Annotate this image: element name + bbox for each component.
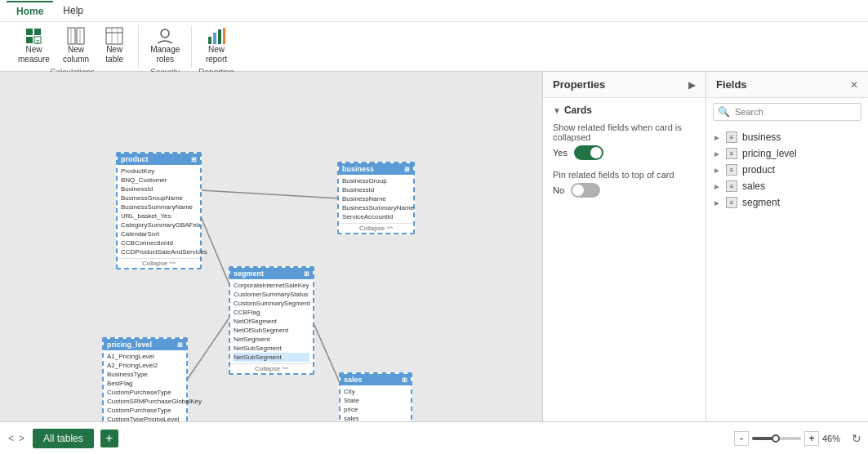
fields-header: Fields ✕	[706, 72, 868, 98]
new-measure-label: Newmeasure	[18, 45, 50, 65]
table-header-segment: segment ⊞	[230, 268, 313, 279]
svg-point-13	[161, 29, 169, 38]
erd-table-pricing-level[interactable]: pricing_level ⊞ A1_PricingLevel A2_Prici…	[102, 337, 188, 421]
new-table-label: Newtable	[105, 45, 123, 65]
nav-left-arrow[interactable]: <	[7, 433, 16, 444]
svg-line-19	[200, 190, 339, 198]
pin-related-fields-control: No	[553, 183, 696, 198]
field-chevron-business: ►	[713, 133, 721, 142]
properties-collapse-arrow[interactable]: ▶	[688, 79, 696, 91]
field-item-product[interactable]: ► ≡ product	[706, 162, 868, 178]
tab-help[interactable]: Help	[53, 2, 93, 20]
svg-rect-5	[68, 28, 75, 44]
table-header-business: business ⊞	[339, 163, 413, 175]
table-body-sales: City State price sales time	[341, 385, 411, 421]
field-item-business[interactable]: ► ≡ business	[706, 129, 868, 145]
pin-related-thumb	[572, 185, 584, 196]
show-related-fields-label: Show related fields when card is collaps…	[553, 122, 696, 142]
bottom-bar: < > All tables + - + 46% ↻	[0, 421, 868, 454]
fields-title: Fields	[716, 78, 747, 91]
new-measure-icon: Σ	[24, 27, 42, 45]
table-body-product: ProductKey BNQ_Customer BusinessId Busin…	[118, 165, 200, 258]
svg-line-20	[185, 313, 233, 382]
field-item-sales[interactable]: ► ≡ sales	[706, 178, 868, 194]
show-related-thumb	[590, 147, 602, 158]
zoom-slider[interactable]	[752, 434, 801, 443]
nav-arrows: < >	[7, 433, 26, 444]
ribbon: Home Help Σ Newmeasure Newcolumn	[0, 0, 868, 72]
new-table-icon	[105, 27, 123, 45]
zoom-controls: - + 46% ↻	[734, 431, 861, 446]
field-icon-sales: ≡	[726, 180, 737, 192]
show-related-fields-row: Show related fields when card is collaps…	[553, 122, 696, 160]
field-chevron-segment: ►	[713, 198, 721, 207]
erd-table-segment[interactable]: segment ⊞ CorporateInternetSaleKey Custo…	[229, 266, 314, 375]
ribbon-group-reporting: Newreport Reporting	[192, 25, 240, 68]
fields-collapse-icon[interactable]: ✕	[850, 79, 858, 91]
field-item-segment[interactable]: ► ≡ segment	[706, 194, 868, 211]
new-column-label: Newcolumn	[63, 45, 89, 65]
tab-home[interactable]: Home	[7, 1, 53, 20]
field-name-business: business	[742, 131, 781, 143]
table-header-product: product ⊞	[118, 154, 200, 165]
cards-title: Cards	[564, 105, 592, 116]
search-input[interactable]	[713, 103, 861, 121]
erd-table-sales[interactable]: sales ⊞ City State price sales time Coll…	[339, 372, 412, 421]
search-icon: 🔍	[718, 106, 730, 118]
field-name-sales: sales	[742, 180, 765, 192]
ribbon-group-security: Manageroles Security	[139, 25, 192, 68]
field-name-product: product	[742, 164, 775, 176]
fields-search-container: 🔍	[713, 103, 861, 121]
table-body-business: BusinessGroup BusinessId BusinessName Bu…	[339, 175, 413, 223]
add-tab-button[interactable]: +	[100, 430, 118, 447]
field-name-segment: segment	[742, 197, 780, 208]
svg-rect-2	[26, 37, 33, 43]
new-column-icon	[67, 27, 85, 45]
properties-panel: Properties ▶ ▼ Cards Show related fields…	[543, 72, 706, 421]
table-header-pricing-level: pricing_level ⊞	[104, 339, 186, 350]
new-table-button[interactable]: Newtable	[97, 25, 131, 66]
manage-roles-button[interactable]: Manageroles	[145, 25, 185, 66]
svg-text:Σ: Σ	[36, 38, 40, 45]
pin-related-toggle[interactable]	[571, 183, 600, 198]
collapse-business[interactable]: Collapse ^^	[339, 223, 413, 233]
properties-header: Properties ▶	[543, 72, 706, 98]
field-chevron-pricing-level: ►	[713, 149, 721, 158]
manage-roles-icon	[156, 27, 174, 45]
svg-rect-0	[26, 29, 33, 35]
new-report-button[interactable]: Newreport	[199, 25, 234, 66]
all-tables-tab[interactable]: All tables	[33, 429, 94, 448]
zoom-thumb	[772, 434, 780, 443]
svg-rect-1	[34, 29, 41, 35]
zoom-plus-button[interactable]: +	[804, 431, 819, 446]
new-column-button[interactable]: Newcolumn	[58, 25, 94, 66]
field-name-pricing-level: pricing_level	[742, 148, 797, 159]
svg-rect-16	[218, 29, 221, 44]
pin-related-fields-label: Pin related fields to top of card	[553, 170, 696, 180]
svg-rect-6	[77, 28, 84, 44]
ribbon-content: Σ Newmeasure Newcolumn Newtable	[0, 22, 868, 71]
zoom-minus-button[interactable]: -	[734, 431, 749, 446]
new-measure-button[interactable]: Σ Newmeasure	[13, 25, 55, 66]
field-icon-business: ≡	[726, 131, 737, 143]
collapse-segment[interactable]: Collapse ^^	[230, 363, 313, 373]
field-item-pricing-level[interactable]: ► ≡ pricing_level	[706, 145, 868, 162]
new-report-label: Newreport	[206, 45, 227, 65]
table-body-pricing-level: A1_PricingLevel A2_PricingLevel2 Busines…	[104, 350, 186, 421]
properties-cards-section: ▼ Cards Show related fields when card is…	[543, 98, 706, 214]
erd-table-product[interactable]: product ⊞ ProductKey BNQ_Customer Busine…	[116, 152, 202, 269]
field-icon-pricing-level: ≡	[726, 148, 737, 159]
erd-table-business[interactable]: business ⊞ BusinessGroup BusinessId Busi…	[337, 162, 415, 234]
pin-related-no: No	[553, 185, 564, 195]
cards-chevron[interactable]: ▼	[553, 106, 561, 115]
show-related-fields-control: Yes	[553, 145, 696, 160]
nav-right-arrow[interactable]: >	[17, 433, 26, 444]
svg-rect-9	[106, 28, 122, 44]
fields-panel: Fields ✕ 🔍 ► ≡ business ► ≡ pricing_leve…	[706, 72, 868, 421]
show-related-toggle[interactable]	[574, 145, 603, 160]
security-buttons: Manageroles	[145, 25, 185, 66]
refresh-button[interactable]: ↻	[852, 432, 861, 445]
properties-title: Properties	[553, 78, 605, 91]
collapse-product[interactable]: Collapse ^^	[118, 258, 200, 268]
canvas-area: product ⊞ ProductKey BNQ_Customer Busine…	[0, 72, 543, 421]
